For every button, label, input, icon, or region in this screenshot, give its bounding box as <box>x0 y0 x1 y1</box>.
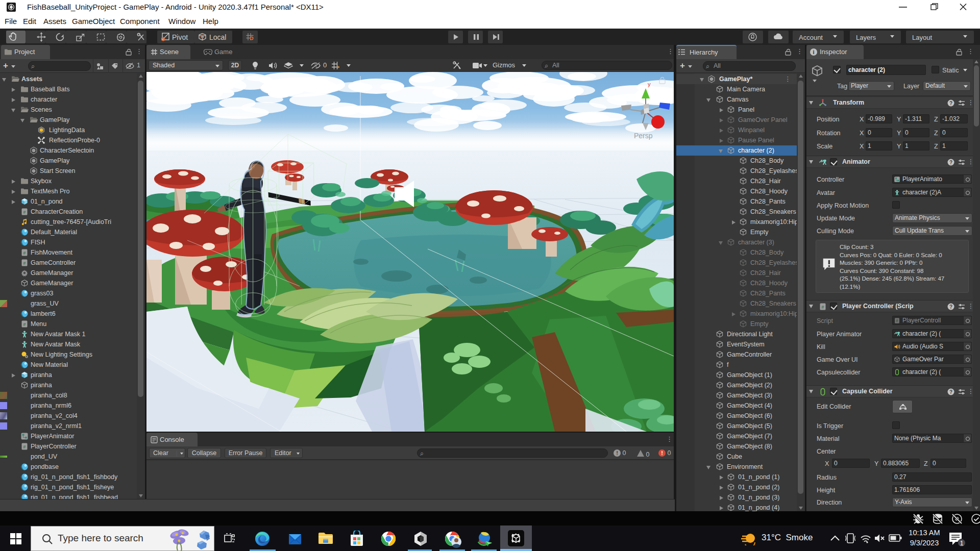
svg-text:?: ? <box>949 160 952 165</box>
svg-text:Persp: Persp <box>634 132 653 140</box>
svg-text:?: ? <box>949 389 952 395</box>
svg-text:?: ? <box>949 101 952 106</box>
svg-text:?: ? <box>949 304 952 310</box>
svg-text:y: y <box>648 81 651 87</box>
svg-text:1: 1 <box>960 540 964 547</box>
